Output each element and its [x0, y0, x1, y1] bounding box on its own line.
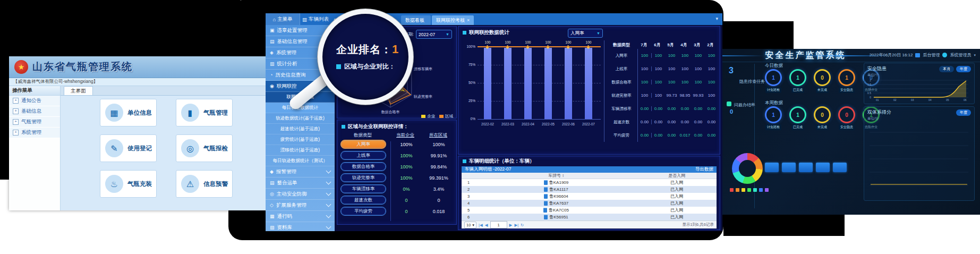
sidebar-item[interactable]: ▤ 整合运单: [266, 177, 335, 189]
refresh-icon[interactable]: ↻: [521, 223, 524, 227]
col-company[interactable]: 当前企业: [388, 132, 422, 139]
col-status[interactable]: 是否入网: [637, 173, 717, 179]
table-row[interactable]: 5 鲁KA7C05 已入网: [462, 207, 717, 214]
year-button[interactable]: 年度: [956, 109, 971, 116]
cell: 0.00: [692, 120, 705, 124]
metric-button[interactable]: 上线率: [340, 151, 386, 160]
month-button[interactable]: 本月: [939, 66, 954, 72]
col-plate-sort[interactable]: 车牌号 ↕: [475, 173, 637, 179]
page-size-select[interactable]: 10 ▾: [464, 222, 476, 228]
menu-label: 主动安全防御: [277, 191, 324, 198]
stat-ring: 0 安全隐患: [837, 106, 856, 130]
stat-chip[interactable]: [799, 163, 813, 172]
admin-label[interactable]: 系统管理员: [950, 52, 971, 58]
home-tile[interactable]: ◎ 气瓶报检: [176, 134, 233, 162]
metric-button[interactable]: 平均疲劳: [340, 207, 386, 216]
col-header: 数据类型: [606, 42, 637, 48]
close-icon[interactable]: ×: [467, 18, 470, 23]
main-menu-tab[interactable]: ⌂ 主菜单: [266, 13, 300, 25]
vehicle-table: 车辆入网明细 -2022-07 导出数据 车牌号 ↕ 是否入网: [462, 166, 717, 227]
sidebar-subitem[interactable]: 超速统计(基于运政): [266, 124, 335, 134]
page-tab[interactable]: 数据看板: [401, 15, 431, 25]
last-page-button[interactable]: ▶|: [514, 223, 518, 227]
sidebar-subitem[interactable]: 轨迹数据统计(基于运政): [266, 113, 335, 124]
chevron-down-icon[interactable]: ▾: [974, 53, 976, 57]
sidebar-item[interactable]: ◇ 扩展服务管理: [266, 200, 335, 211]
metric-button[interactable]: 数据合格率: [340, 162, 386, 171]
ring-value: 1: [789, 69, 806, 86]
stat-chip[interactable]: [816, 163, 830, 172]
home-tile[interactable]: ✎ 使用登记: [100, 134, 157, 162]
y-tick: 25%: [463, 99, 475, 103]
chevron-down-icon[interactable]: ▾: [715, 16, 718, 21]
cell: 0.00: [638, 133, 652, 138]
stat-chip[interactable]: [782, 163, 796, 172]
monthly-rows: 入网率 100 100 100 100 100 100: [606, 49, 718, 142]
expand-icon[interactable]: [13, 98, 19, 104]
metric-button[interactable]: 入网率: [340, 140, 386, 149]
home-tile[interactable]: ♨ 气瓶充装: [100, 170, 157, 198]
expand-icon[interactable]: [13, 130, 19, 136]
chevron-down-icon: [326, 168, 331, 174]
vehicle-list-label: 车辆列表: [309, 16, 329, 23]
ring-value: 1: [838, 69, 855, 86]
col-region[interactable]: 所在区域: [422, 132, 454, 139]
sidebar-subitem[interactable]: 疲劳统计(基于运政): [266, 134, 335, 145]
plate-cell: 鲁KA7637: [475, 200, 637, 206]
sidebar-item[interactable]: 基础信息: [9, 106, 60, 117]
stat-chip[interactable]: [765, 163, 779, 172]
sidebar-item[interactable]: ◎ 主动安全防御: [266, 189, 335, 200]
bar: [544, 48, 552, 119]
menu-icon: ◉: [270, 83, 274, 89]
metric-button[interactable]: 超速次数: [340, 196, 386, 205]
first-page-button[interactable]: |◀: [479, 223, 483, 227]
table-row: 车辆漂移率 0.00 0.00 0.00 0.00 0.00 0.00: [606, 102, 718, 115]
prev-page-button[interactable]: ◀: [485, 223, 488, 227]
metric-select[interactable]: 入网率 ▼: [568, 29, 603, 38]
menu-label: 资料库: [277, 224, 324, 231]
next-page-button[interactable]: ▶: [509, 223, 513, 227]
table-row[interactable]: 3 鲁K96604 已入网: [462, 193, 717, 200]
table-row[interactable]: 6 鲁K56951 已入网: [462, 214, 717, 221]
metric-button[interactable]: 车辆漂移率: [340, 184, 386, 193]
table-row[interactable]: 1 鲁KA1909 已入网: [462, 179, 717, 186]
sidebar-item[interactable]: 通知公告: [9, 96, 60, 106]
table-row[interactable]: 4 鲁KA7637 已入网: [462, 200, 717, 207]
table-row[interactable]: 2 鲁KA1117 已入网: [462, 186, 717, 193]
metric-button[interactable]: 轨迹完整率: [340, 173, 386, 182]
tab-main[interactable]: 主界面: [64, 86, 93, 95]
status-cell: 已入网: [637, 207, 717, 213]
ring-label: 计划巡检: [765, 124, 781, 130]
ring-label: 已完成: [791, 124, 804, 130]
subitem-label: 疲劳统计(基于运政): [280, 137, 320, 143]
sidebar-item[interactable]: ▦ 通行码: [266, 211, 335, 222]
svg-text:数据合格率: 数据合格率: [381, 110, 400, 114]
sidebar-subitem[interactable]: 漂移统计(基于运政): [266, 145, 335, 156]
sidebar-item[interactable]: 系统管理: [9, 128, 60, 138]
home-tile[interactable]: ▮ 气瓶管理: [176, 99, 233, 126]
stat-chip[interactable]: [833, 163, 847, 172]
score-card: 双体系得分 年度 单位/分: [864, 106, 975, 201]
sidebar-subitem[interactable]: 每日轨迹数据统计（测试）: [266, 156, 335, 166]
query-date-select[interactable]: 2022-07 ▼: [416, 30, 452, 39]
hazard-unit: 单位/个: [864, 72, 974, 78]
sidebar-item[interactable]: ◆ 报警管理: [266, 166, 335, 177]
export-button[interactable]: 导出数据: [695, 166, 713, 173]
detail-row: 车辆漂移率 0% 3.4%: [337, 183, 456, 194]
expand-icon[interactable]: [13, 119, 19, 125]
year-button[interactable]: 年度: [956, 66, 971, 72]
expand-icon[interactable]: [13, 108, 19, 114]
plate-number: 鲁KA1909: [549, 180, 568, 185]
backstage-link[interactable]: 后台管理: [923, 52, 940, 58]
sidebar-item[interactable]: 气瓶管理: [9, 117, 60, 128]
page-input[interactable]: [490, 221, 507, 228]
page-tab[interactable]: 联网联控考核 ×: [432, 15, 474, 25]
cell: 100: [652, 80, 665, 84]
sidebar-item[interactable]: ▧ 资料库: [266, 222, 335, 231]
cell: 99.73: [665, 93, 678, 98]
cell: 100: [638, 53, 652, 58]
home-tile[interactable]: ▦ 单位信息: [100, 99, 157, 126]
svg-text:2: 2: [870, 79, 871, 82]
vehicle-list-tab[interactable]: ▥ 车辆列表: [300, 13, 331, 25]
home-tile[interactable]: ⚠ 信息预警: [176, 170, 233, 198]
